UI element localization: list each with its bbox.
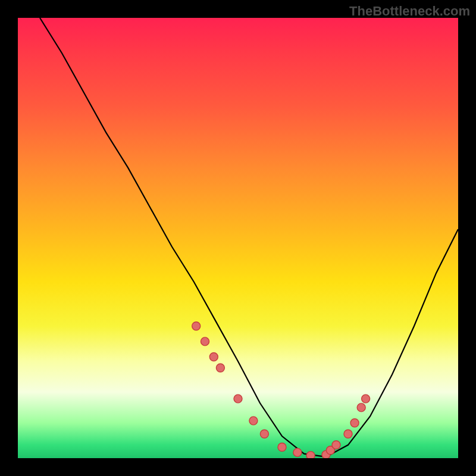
marker-dot — [344, 430, 352, 438]
marker-dot — [209, 353, 218, 361]
marker-dot — [260, 430, 268, 438]
marker-group — [192, 322, 370, 458]
marker-dot — [350, 419, 359, 427]
marker-dot — [326, 446, 334, 455]
marker-dot — [192, 322, 201, 330]
marker-dot — [306, 452, 315, 458]
bottleneck-curve — [40, 18, 458, 457]
marker-dot — [201, 337, 209, 346]
marker-dot — [293, 448, 302, 456]
marker-dot — [234, 394, 242, 403]
marker-dot — [216, 364, 224, 372]
marker-dot — [357, 403, 365, 412]
watermark-text: TheBottleneck.com — [349, 4, 470, 19]
chart-frame: TheBottleneck.com — [0, 0, 476, 476]
marker-dot — [322, 450, 330, 458]
marker-dot — [362, 394, 370, 403]
chart-svg — [18, 18, 458, 458]
marker-dot — [332, 441, 340, 449]
plot-area — [18, 18, 458, 458]
marker-dot — [278, 443, 286, 452]
marker-dot — [249, 416, 258, 425]
